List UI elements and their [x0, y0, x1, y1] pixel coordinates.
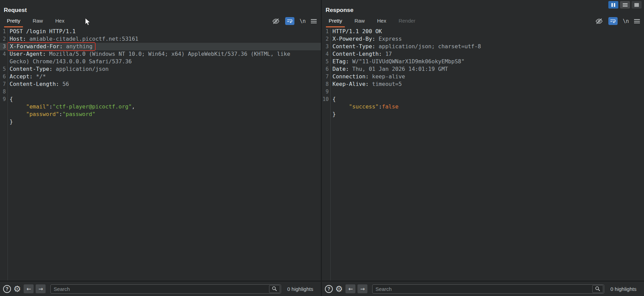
lines-icon: [623, 5, 628, 7]
arrow-right-icon: →: [360, 286, 365, 292]
lines-icon: [623, 3, 628, 4]
tab-render: Render: [396, 18, 418, 27]
response-panel: Response PrettyRawHexRender: [322, 0, 644, 281]
code-line: "email":"ctf-player@picoctf.org",: [0, 103, 321, 111]
line-number: 7: [322, 73, 330, 80]
code-line: 6Date: Thu, 01 Jan 2026 14:01:19 GMT: [322, 65, 644, 73]
hide-nonprintable-button[interactable]: [272, 18, 280, 25]
eye-slash-icon: [272, 18, 280, 25]
request-panel: Request PrettyRawHex: [0, 0, 321, 281]
gear-icon: ⚙: [335, 284, 343, 294]
code-line: }: [0, 118, 321, 126]
response-tabbar: PrettyRawHexRender: [322, 15, 644, 27]
line-number: [322, 111, 330, 118]
code-line: 9{: [0, 95, 321, 103]
code-line: }: [322, 111, 644, 118]
search-icon: [595, 286, 600, 292]
arrow-right-icon: →: [38, 286, 43, 292]
pause-intercept-button[interactable]: [608, 1, 618, 9]
word-wrap-button[interactable]: [285, 17, 294, 25]
help-button[interactable]: ?: [3, 285, 11, 293]
code-line: 5Content-Type: application/json: [0, 65, 321, 73]
line-number: 6: [322, 65, 330, 73]
stop-button[interactable]: [632, 1, 642, 9]
editor-menu-button[interactable]: [634, 19, 640, 24]
search-submit-button[interactable]: [592, 285, 603, 293]
line-text: }: [330, 111, 336, 118]
code-line: 2X-Powered-By: Express: [322, 35, 644, 43]
line-text: "password":"password": [8, 111, 95, 118]
editor-menu-button[interactable]: [311, 19, 317, 24]
line-number: 2: [0, 35, 8, 43]
line-number: [0, 58, 8, 65]
code-line: 2Host: amiable-citadel.picoctf.net:53161: [0, 35, 321, 43]
line-text: Accept: */*: [8, 73, 46, 80]
word-wrap-icon: [287, 18, 293, 24]
line-number: 10: [322, 95, 330, 103]
line-number: [0, 103, 8, 111]
search-settings-button[interactable]: ⚙: [335, 285, 343, 293]
previous-match-button[interactable]: ←: [345, 284, 355, 293]
code-line: "success":false: [322, 103, 644, 111]
highlights-count: 0 highlights: [604, 286, 643, 292]
line-number: 5: [0, 65, 8, 73]
pause-icon: [611, 3, 613, 7]
search-input[interactable]: [373, 286, 592, 292]
code-line: 4Content-Length: 17: [322, 50, 644, 58]
show-newlines-button[interactable]: \n: [300, 18, 306, 24]
previous-match-button[interactable]: ←: [24, 284, 34, 293]
next-match-button[interactable]: →: [36, 284, 46, 293]
line-number: 4: [0, 50, 8, 58]
stop-icon: [634, 3, 639, 7]
word-wrap-button[interactable]: [608, 17, 618, 25]
line-text: [330, 88, 332, 95]
show-newlines-button[interactable]: \n: [623, 18, 629, 24]
line-text: Date: Thu, 01 Jan 2026 14:01:19 GMT: [330, 65, 448, 73]
code-line: 3X-Forwarded-For: anything: [0, 43, 321, 50]
code-line: 3Content-Type: application/json; charset…: [322, 43, 644, 50]
code-line: 1POST /login HTTP/1.1: [0, 28, 321, 35]
code-line: 1HTTP/1.1 200 OK: [322, 28, 644, 35]
line-text: Gecko) Chrome/143.0.0.0 Safari/537.36: [8, 58, 132, 65]
next-match-button[interactable]: →: [357, 284, 367, 293]
line-number: 9: [322, 88, 330, 95]
hide-nonprintable-button[interactable]: [595, 18, 603, 25]
response-editor[interactable]: 1HTTP/1.1 200 OK2X-Powered-By: Express3C…: [322, 28, 644, 118]
response-search-field: [372, 284, 604, 294]
line-text: Content-Type: application/json; charset=…: [330, 43, 481, 50]
line-text: "success":false: [330, 103, 399, 111]
tab-hex[interactable]: Hex: [52, 18, 67, 27]
line-number: 3: [322, 43, 330, 50]
line-text: ETag: W/"11-UIVUdQWNarX1D9mk06okyEMbpS8": [330, 58, 464, 65]
request-editor[interactable]: 1POST /login HTTP/1.12Host: amiable-cita…: [0, 28, 321, 126]
line-number: 1: [322, 28, 330, 35]
request-panel-title: Request: [0, 0, 321, 15]
code-line: 4User-Agent: Mozilla/5.0 (Windows NT 10.…: [0, 50, 321, 58]
search-settings-button[interactable]: ⚙: [13, 285, 21, 293]
line-number: [0, 111, 8, 118]
help-button[interactable]: ?: [325, 285, 333, 293]
intercept-queue-button[interactable]: [620, 1, 630, 9]
line-text: Keep-Alive: timeout=5: [330, 80, 402, 88]
line-number: [322, 103, 330, 111]
line-number: 9: [0, 95, 8, 103]
line-number: 5: [322, 58, 330, 65]
search-input[interactable]: [51, 286, 269, 292]
tab-pretty[interactable]: Pretty: [4, 18, 23, 27]
request-tab-tools: \n: [272, 17, 317, 27]
code-line: 5ETag: W/"11-UIVUdQWNarX1D9mk06okyEMbpS8…: [322, 58, 644, 65]
search-submit-button[interactable]: [269, 285, 280, 293]
response-tab-tools: \n: [595, 17, 640, 27]
line-text: Content-Length: 17: [330, 50, 392, 58]
line-text: }: [8, 118, 13, 126]
line-text: POST /login HTTP/1.1: [8, 28, 76, 35]
line-text: HTTP/1.1 200 OK: [330, 28, 382, 35]
tab-raw[interactable]: Raw: [352, 18, 367, 27]
line-number: 4: [322, 50, 330, 58]
line-text: Connection: keep-alive: [330, 73, 405, 80]
tab-hex[interactable]: Hex: [374, 18, 389, 27]
highlight-red-box: X-Forwarded-For: anything: [7, 42, 96, 51]
tab-raw[interactable]: Raw: [30, 18, 46, 27]
code-line: 6Accept: */*: [0, 73, 321, 80]
tab-pretty[interactable]: Pretty: [326, 18, 345, 27]
